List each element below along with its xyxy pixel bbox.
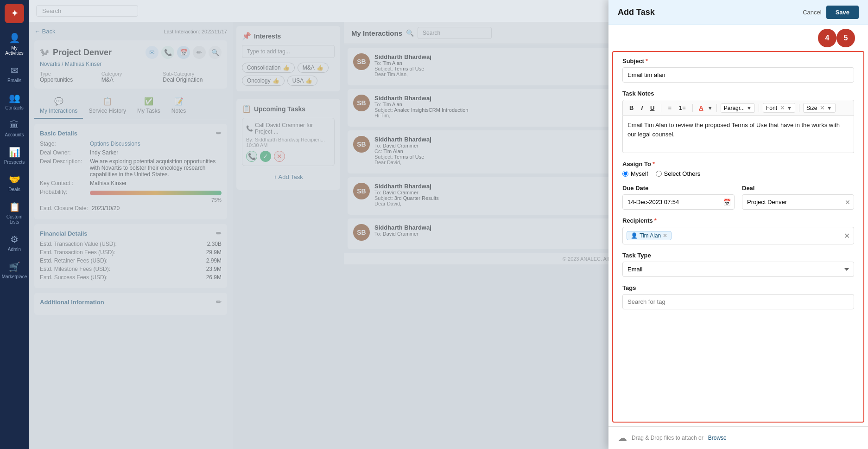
calendar-icon[interactable]: 📅 bbox=[723, 199, 731, 206]
badge-blue[interactable]: 📅 bbox=[177, 46, 190, 59]
owner-value: Indy Sarker bbox=[90, 149, 118, 156]
avatar-3: SB bbox=[353, 183, 370, 199]
deal-title-row: 🐿 Project Denver ✉ 📞 📅 ✏ 🔍 bbox=[40, 46, 222, 59]
search-input[interactable] bbox=[36, 5, 138, 17]
tab-service-history[interactable]: 📋 Service History bbox=[83, 93, 132, 119]
font-select[interactable]: Font ✕ ▼ bbox=[763, 103, 795, 113]
deal-tabs: 💬 My Interactions 📋 Service History ✅ My… bbox=[34, 93, 227, 119]
bold-button[interactable]: B bbox=[627, 103, 636, 112]
badge-gray[interactable]: ✏ bbox=[193, 46, 206, 59]
sidebar-item-activities[interactable]: 👤 My Activities bbox=[0, 29, 29, 59]
sidebar-item-contacts[interactable]: 👥 Contacts bbox=[0, 89, 29, 114]
basic-details-title: Basic Details ✏ bbox=[40, 129, 222, 137]
tab-notes[interactable]: 📝 Notes bbox=[166, 93, 191, 119]
recipients-box[interactable]: 👤 Tim Alan ✕ ✕ bbox=[622, 227, 854, 244]
app-logo[interactable]: ✦ bbox=[5, 4, 24, 23]
description-value: We are exploring potential acquisition o… bbox=[90, 158, 222, 178]
sidebar-item-prospects[interactable]: 📊 Prospects bbox=[0, 143, 29, 168]
color-dropdown[interactable]: ▼ bbox=[708, 105, 713, 111]
size-select[interactable]: Size ✕ ▼ bbox=[803, 103, 836, 113]
panel-footer: ☁ Drag & Drop files to attach or Browse bbox=[608, 426, 868, 449]
financial-details-card: Financial Details ✏ Estd. Transaction Va… bbox=[34, 224, 227, 288]
back-button[interactable]: ← Back bbox=[34, 28, 56, 35]
last-interaction: Last Interaction: 2022/11/17 bbox=[164, 29, 227, 34]
subcategory-value: Deal Origination bbox=[163, 77, 222, 83]
paragraph-select[interactable]: Paragr... ▼ bbox=[721, 103, 755, 113]
tags-search-input[interactable] bbox=[622, 294, 854, 309]
tag-thumb-0[interactable]: 👍 bbox=[283, 64, 290, 71]
tab-my-interactions[interactable]: 💬 My Interactions bbox=[34, 93, 83, 119]
tags-section: Tags bbox=[622, 284, 854, 309]
tag-thumb-2[interactable]: 👍 bbox=[272, 77, 279, 84]
task-type-select[interactable]: Email Call Meeting Other bbox=[622, 262, 854, 277]
tag-thumb-3[interactable]: 👍 bbox=[305, 77, 312, 84]
deal-input[interactable] bbox=[742, 194, 854, 210]
sidebar-item-accounts[interactable]: 🏛 Accounts bbox=[0, 116, 29, 141]
recipients-label: Recipients * bbox=[622, 217, 854, 224]
owner-row: Deal Owner: Indy Sarker bbox=[40, 149, 222, 156]
italic-button[interactable]: I bbox=[638, 103, 646, 112]
category-value: M&A bbox=[101, 77, 160, 83]
tags-label: Tags bbox=[622, 284, 854, 291]
tag-input[interactable] bbox=[242, 45, 335, 58]
fin-row-4: Estd. Success Fees (USD): 26.9M bbox=[40, 274, 222, 281]
badge-search[interactable]: 🔍 bbox=[209, 46, 222, 59]
sidebar-item-deals[interactable]: 🤝 Deals bbox=[0, 170, 29, 196]
fin-row-2: Estd. Retainer Fees (USD): 2.99M bbox=[40, 257, 222, 264]
subject-input[interactable] bbox=[622, 67, 854, 83]
financial-details-edit[interactable]: ✏ bbox=[216, 230, 222, 237]
subject-section: Subject * bbox=[622, 58, 854, 83]
unordered-list-button[interactable]: ≡ bbox=[665, 103, 674, 112]
radio-group: Myself Select Others bbox=[622, 170, 854, 177]
search-interactions-input[interactable] bbox=[418, 27, 492, 39]
deal-name: Project Denver bbox=[53, 48, 112, 58]
font-color-button[interactable]: A bbox=[697, 103, 706, 113]
tag-thumb-1[interactable]: 👍 bbox=[317, 64, 323, 71]
badge-phone[interactable]: 📞 bbox=[161, 46, 174, 59]
search-interactions-icon: 🔍 bbox=[406, 29, 414, 37]
contacts-icon: 👥 bbox=[9, 92, 20, 103]
task-dismiss-button[interactable]: ✕ bbox=[274, 151, 285, 162]
task-complete-button[interactable]: ✓ bbox=[260, 151, 271, 162]
font-clear[interactable]: ✕ bbox=[780, 104, 785, 111]
recipients-clear-button[interactable]: ✕ bbox=[844, 231, 850, 240]
browse-link[interactable]: Browse bbox=[708, 435, 727, 441]
interests-title: Interests bbox=[254, 32, 281, 40]
admin-icon: ⚙ bbox=[10, 234, 19, 245]
badge-email[interactable]: ✉ bbox=[146, 46, 158, 59]
sidebar-item-marketplace[interactable]: 🛒 Marketplace bbox=[0, 257, 29, 283]
sidebar-item-admin[interactable]: ⚙ Admin bbox=[0, 230, 29, 256]
toolbar-sep-1 bbox=[661, 104, 661, 112]
size-clear[interactable]: ✕ bbox=[820, 104, 825, 111]
basic-details-edit[interactable]: ✏ bbox=[216, 129, 222, 137]
due-date-input[interactable] bbox=[622, 194, 735, 210]
custom-lists-icon: 📋 bbox=[9, 201, 20, 212]
notes-content[interactable]: Email Tim Alan to review the proposed Te… bbox=[622, 116, 854, 153]
tag-ma: M&A 👍 bbox=[298, 63, 329, 73]
assign-to-label: Assign To * bbox=[622, 160, 854, 167]
recipient-remove-button[interactable]: ✕ bbox=[663, 232, 667, 239]
sidebar-item-custom-lists[interactable]: 📋 Custom Lists bbox=[0, 198, 29, 228]
deals-icon: 🤝 bbox=[9, 174, 20, 185]
closure-value: 2023/10/20 bbox=[92, 205, 120, 212]
basic-details-card: Basic Details ✏ Stage: Options Discussio… bbox=[34, 124, 227, 219]
stage-value[interactable]: Options Discussions bbox=[90, 141, 140, 147]
ordered-list-button[interactable]: 1≡ bbox=[676, 103, 689, 112]
task-call-button[interactable]: 📞 bbox=[246, 151, 257, 162]
radio-others[interactable]: Select Others bbox=[656, 170, 701, 177]
deal-meta: Type Opportunities Category M&A Sub-Cate… bbox=[40, 71, 222, 83]
sidebar-item-emails[interactable]: ✉ Emails bbox=[0, 61, 29, 87]
tasks-panel: 📋 Upcoming Tasks 📞 Call David Crammer fo… bbox=[236, 99, 340, 190]
add-task-button[interactable]: + Add Task bbox=[242, 170, 335, 184]
recipients-section: Recipients * 👤 Tim Alan ✕ ✕ bbox=[622, 217, 854, 244]
underline-button[interactable]: U bbox=[647, 103, 657, 112]
footer-drag-text: Drag & Drop files to attach or bbox=[632, 435, 703, 441]
middle-panels: 📌 Interests Consolidation 👍 M&A 👍 Oncolo… bbox=[233, 22, 344, 449]
deal-clear-icon[interactable]: ✕ bbox=[845, 199, 850, 206]
interests-icon: 📌 bbox=[242, 32, 251, 40]
radio-myself[interactable]: Myself bbox=[622, 170, 648, 177]
key-contact-value: Mathias Kinser bbox=[90, 180, 127, 186]
panel-steps-row: 4 5 bbox=[608, 25, 868, 47]
tab-my-tasks[interactable]: ✅ My Tasks bbox=[132, 93, 166, 119]
additional-info-edit[interactable]: ✏ bbox=[216, 298, 222, 306]
